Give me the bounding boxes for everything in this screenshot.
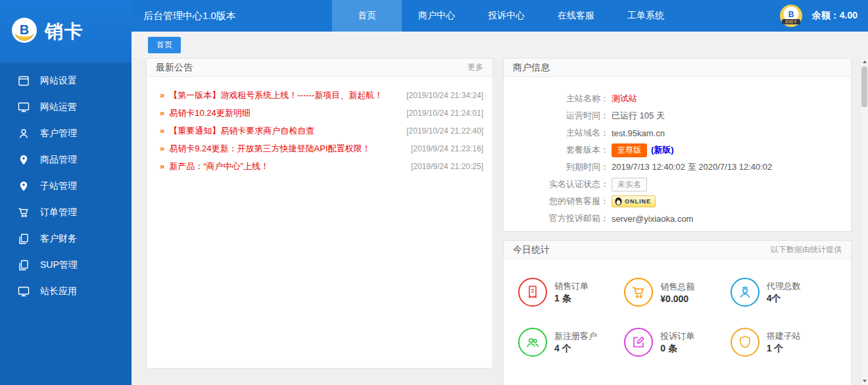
- svg-text:易销卡: 易销卡: [784, 19, 797, 24]
- svg-text:B: B: [788, 10, 794, 19]
- sidebar-item-substations[interactable]: 子站管理: [0, 173, 132, 199]
- stat-built-substations: 搭建子站 1 个: [731, 328, 836, 357]
- today-stats-panel: 今日统计 以下数据由统计提供 销售订单 1 条 销售总额: [503, 240, 852, 385]
- announcement-link[interactable]: 【第一版本】游戏租号系统上线！------新项目、新起航！: [169, 90, 383, 101]
- edit-icon: [624, 328, 653, 357]
- sidebar-item-label: 网站设置: [40, 75, 77, 87]
- merchant-row-realname: 实名认证状态： 未实名: [517, 176, 838, 193]
- topbar-right: B 易销卡 余额：4.00: [779, 0, 857, 32]
- double-chevron-icon: »: [160, 126, 164, 136]
- field-label: 套餐版本：: [517, 144, 609, 156]
- monitor-icon: [17, 101, 30, 114]
- announcements-panel: 最新公告 更多 » 【第一版本】游戏租号系统上线！------新项目、新起航！ …: [146, 58, 493, 369]
- tab-complaint-center[interactable]: 投诉中心: [471, 0, 541, 32]
- topbar-tabs: 首页 商户中心 投诉中心 在线客服 工单系统: [332, 0, 681, 32]
- sidebar-item-site-operation[interactable]: 网站运营: [0, 94, 132, 120]
- brand-badge[interactable]: B 易销卡: [779, 4, 803, 28]
- announcement-item: » 【重要通知】易销卡要求商户自检自查 [2019/10/24 21:22:40…: [160, 126, 483, 136]
- pin-icon: [17, 180, 30, 193]
- merchant-row-service: 您的销售客服： ONLINE: [517, 193, 838, 210]
- stat-agent-total: 代理总数 4个: [731, 278, 836, 307]
- sidebar-item-sup[interactable]: SUP管理: [0, 252, 132, 278]
- sidebar-item-label: 商品管理: [40, 154, 77, 166]
- qq-online-label: ONLINE: [625, 198, 651, 205]
- merchant-row-email: 官方投诉邮箱： server@yixiaoka.com: [517, 210, 838, 227]
- announcement-item: » 【第一版本】游戏租号系统上线！------新项目、新起航！ [2019/10…: [160, 90, 483, 101]
- announcement-link[interactable]: 新产品：“商户中心”上线！: [169, 161, 269, 172]
- sidebar-item-webmaster-apps[interactable]: 站长应用: [0, 278, 132, 305]
- announcement-date: [2019/10/24 21:24:01]: [400, 108, 483, 118]
- announcement-link[interactable]: 易销卡10.24更新明细: [169, 108, 251, 118]
- qq-online-badge[interactable]: ONLINE: [612, 195, 656, 207]
- announcement-item: » 易销卡10.24更新明细 [2019/10/24 21:24:01]: [160, 108, 483, 118]
- more-link[interactable]: 更多: [468, 62, 483, 73]
- sidebar-item-label: 站长应用: [40, 286, 77, 297]
- merchant-row-plan: 套餐版本： 至尊版 (新版): [517, 141, 838, 159]
- sidebar-item-finance[interactable]: 客户财务: [0, 226, 132, 252]
- field-label: 运营时间：: [517, 110, 609, 122]
- sidebar-item-label: 订单管理: [40, 207, 77, 218]
- sidebar-item-site-settings[interactable]: 网站设置: [0, 68, 132, 94]
- pin-icon: [17, 153, 30, 167]
- announcement-date: [2019/9/24 21:20:25]: [404, 161, 483, 172]
- user-icon: [17, 127, 30, 140]
- logo[interactable]: B 销卡: [0, 0, 132, 63]
- double-chevron-icon: »: [160, 143, 164, 154]
- app-title: 后台管理中心1.0版本: [143, 0, 236, 32]
- stat-label: 新注册客户: [554, 331, 597, 341]
- stat-label: 搭建子站: [767, 331, 801, 341]
- field-label: 官方投诉邮箱：: [517, 213, 609, 224]
- sidebar-item-orders[interactable]: 订单管理: [0, 199, 132, 226]
- monitor-icon: [17, 285, 30, 298]
- today-stats-header: 今日统计 以下数据由统计提供: [504, 241, 851, 259]
- sidebar-item-customers[interactable]: 客户管理: [0, 120, 132, 147]
- stat-value: 4个: [767, 293, 781, 303]
- sidebar: B 销卡 网站设置 网站运营 客户管理 商品管理: [0, 0, 132, 385]
- plan-badge[interactable]: 至尊版: [612, 143, 647, 157]
- field-label: 主站域名：: [517, 127, 609, 139]
- double-chevron-icon: »: [160, 108, 164, 118]
- expire-value: 2019/7/13 12:40:02 至 2020/7/13 12:40:02: [612, 161, 772, 173]
- plan-new-link[interactable]: (新版): [651, 144, 674, 156]
- announcement-link[interactable]: 【重要通知】易销卡要求商户自检自查: [169, 126, 314, 136]
- stat-value: 4 个: [554, 343, 571, 353]
- announcement-link[interactable]: 易销卡9.24更新：开放第三方快捷登陆API配置权限！: [169, 143, 370, 154]
- breadcrumb-home-button[interactable]: 首页: [148, 37, 181, 53]
- scroll-up-arrow[interactable]: [861, 58, 868, 66]
- announcements-title: 最新公告: [156, 62, 193, 74]
- merchant-info-body: 主站名称： 测试站 运营时间： 已运行 105 天 主站域名： test.95k…: [504, 77, 851, 227]
- stat-label: 代理总数: [767, 281, 801, 291]
- realname-status-badge: 未实名: [612, 178, 647, 192]
- announcement-date: [2019/10/24 21:34:24]: [400, 90, 483, 101]
- sidebar-item-products[interactable]: 商品管理: [0, 147, 132, 173]
- stats-grid: 销售订单 1 条 销售总额 ¥0.000: [504, 259, 851, 374]
- merchant-row-domain: 主站域名： test.95kam.cn: [517, 124, 838, 141]
- tab-ticket-system[interactable]: 工单系统: [611, 0, 681, 32]
- announcements-header: 最新公告 更多: [147, 59, 493, 77]
- announcement-date: [2019/9/24 21:23:16]: [404, 143, 483, 154]
- cart-icon: [624, 278, 653, 307]
- svg-text:B: B: [20, 22, 29, 37]
- merchant-info-panel: 商户信息 主站名称： 测试站 运营时间： 已运行 105 天 主站域名： tes…: [503, 58, 852, 232]
- tab-home[interactable]: 首页: [332, 0, 402, 32]
- site-name-value: 测试站: [612, 93, 637, 105]
- main-content: 最新公告 更多 » 【第一版本】游戏租号系统上线！------新项目、新起航！ …: [132, 58, 860, 385]
- merchant-row-runtime: 运营时间： 已运行 105 天: [517, 107, 838, 124]
- domain-value: test.95kam.cn: [612, 128, 665, 138]
- announcement-item: » 易销卡9.24更新：开放第三方快捷登陆API配置权限！ [2019/9/24…: [160, 143, 483, 154]
- sidebar-menu: 网站设置 网站运营 客户管理 商品管理 子站管理 订单管理: [0, 63, 132, 305]
- stat-label: 投诉订单: [660, 331, 694, 341]
- cart-icon: [17, 206, 30, 219]
- announcement-item: » 新产品：“商户中心”上线！ [2019/9/24 21:20:25]: [160, 161, 483, 172]
- field-label: 到期时间：: [517, 161, 609, 173]
- logo-icon: B: [11, 16, 38, 47]
- scroll-down-arrow[interactable]: [861, 377, 868, 385]
- stat-value: 0 条: [660, 343, 677, 353]
- stat-complaint-orders: 投诉订单 0 条: [624, 328, 730, 357]
- topbar: 后台管理中心1.0版本 首页 商户中心 投诉中心 在线客服 工单系统 B 易销卡…: [132, 0, 868, 32]
- merchant-row-expire: 到期时间： 2019/7/13 12:40:02 至 2020/7/13 12:…: [517, 159, 838, 176]
- breadcrumb-bar: 首页: [132, 32, 868, 58]
- scrollbar-thumb[interactable]: [861, 66, 867, 107]
- tab-online-service[interactable]: 在线客服: [541, 0, 611, 32]
- tab-merchant-center[interactable]: 商户中心: [402, 0, 471, 32]
